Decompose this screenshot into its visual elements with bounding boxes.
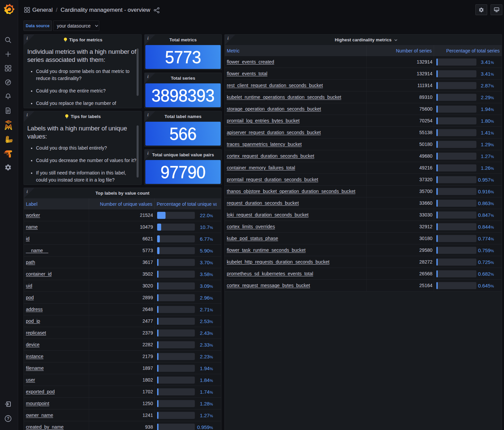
svg-text:?: ? [7,416,9,421]
